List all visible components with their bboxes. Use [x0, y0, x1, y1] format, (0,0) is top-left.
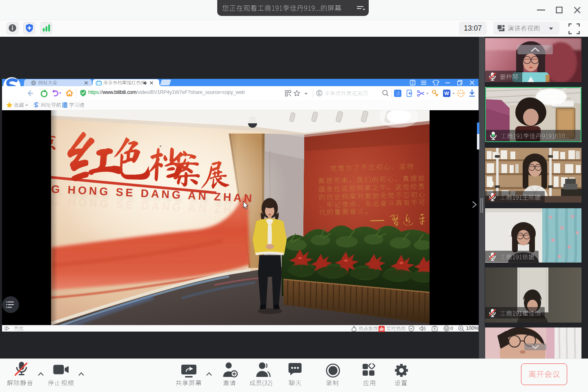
- svg-text:W: W: [444, 91, 449, 96]
- svg-text:60: 60: [445, 327, 448, 330]
- svg-text:2: 2: [412, 80, 414, 85]
